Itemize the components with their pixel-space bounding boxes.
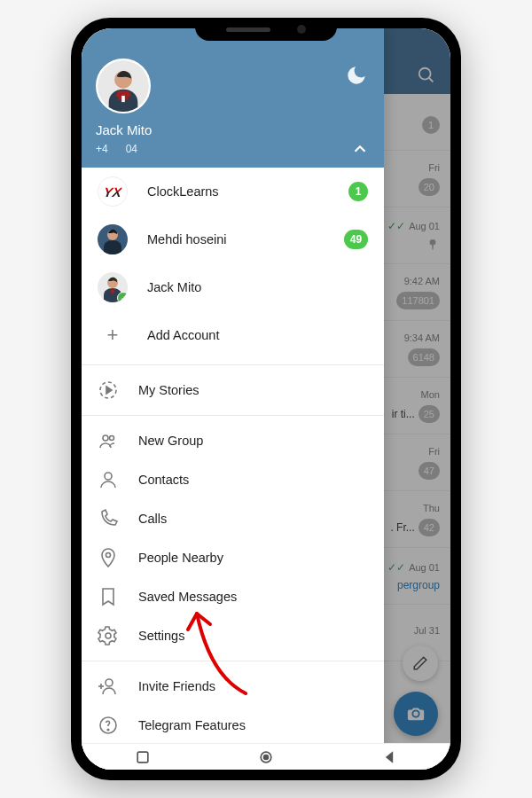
unread-badge: 49 <box>344 230 368 249</box>
svg-point-14 <box>106 553 111 558</box>
night-mode-icon[interactable] <box>345 64 368 87</box>
drawer-header: Jack Mito +4 04 <box>82 28 384 168</box>
menu-contacts[interactable]: Contacts <box>82 460 384 499</box>
nav-home-icon[interactable] <box>257 748 275 766</box>
menu-telegram-features[interactable]: Telegram Features <box>82 706 384 745</box>
svg-marker-10 <box>106 387 112 394</box>
menu-label: Contacts <box>138 473 368 487</box>
account-label: Jack Mito <box>147 280 368 294</box>
menu-my-stories[interactable]: My Stories <box>82 371 384 410</box>
account-label: ClockLearns <box>147 184 329 199</box>
svg-point-16 <box>106 679 113 686</box>
menu-invite-friends[interactable]: Invite Friends <box>82 667 384 706</box>
chevron-up-icon[interactable] <box>350 139 370 159</box>
logo-icon: YX <box>103 184 122 200</box>
menu-label: My Stories <box>138 383 368 397</box>
settings-icon <box>98 625 119 646</box>
svg-rect-21 <box>137 752 148 763</box>
nearby-icon <box>98 547 119 568</box>
menu-label: Settings <box>138 629 368 643</box>
phone-notch <box>195 18 337 41</box>
menu-label: Invite Friends <box>138 679 368 693</box>
phone-screen: 1Fri20✓✓Aug 019:42 AM1178019:34 AM6148Mo… <box>82 28 450 770</box>
account-item-mehdi[interactable]: Mehdi hoseini 49 <box>82 215 384 263</box>
menu-calls[interactable]: Calls <box>82 499 384 538</box>
unread-badge: 1 <box>348 182 368 201</box>
svg-rect-6 <box>121 96 125 102</box>
account-item-jack[interactable]: ✓ Jack Mito <box>82 263 384 311</box>
add-account-button[interactable]: + Add Account <box>82 311 384 359</box>
menu-saved-messages[interactable]: Saved Messages <box>82 577 384 616</box>
phone-frame: 1Fri20✓✓Aug 019:42 AM1178019:34 AM6148Mo… <box>71 18 461 780</box>
account-avatar: ✓ <box>98 272 128 302</box>
calls-icon <box>98 508 119 529</box>
account-label: Mehdi hoseini <box>147 232 325 246</box>
svg-point-20 <box>107 729 109 731</box>
android-nav-bar <box>82 743 450 770</box>
menu-people-nearby[interactable]: People Nearby <box>82 538 384 577</box>
svg-point-11 <box>103 435 108 441</box>
menu-label: New Group <box>138 434 368 448</box>
nav-recent-icon[interactable] <box>134 748 152 766</box>
account-avatar: YX <box>98 176 128 207</box>
svg-point-15 <box>106 633 111 638</box>
verified-icon: ✓ <box>117 292 128 302</box>
profile-phone: +4 04 <box>96 143 137 155</box>
svg-point-12 <box>110 436 114 441</box>
menu-label: Calls <box>138 512 368 526</box>
menu-new-group[interactable]: New Group <box>82 421 384 460</box>
menu-label: Telegram Features <box>138 718 368 732</box>
bookmark-icon <box>98 586 119 607</box>
svg-point-13 <box>105 473 112 480</box>
group-icon <box>98 430 119 451</box>
navigation-drawer: Jack Mito +4 04 YX <box>82 28 384 770</box>
menu-settings[interactable]: Settings <box>82 616 384 655</box>
account-item-clocklearns[interactable]: YX ClockLearns 1 <box>82 168 384 215</box>
profile-avatar[interactable] <box>96 59 151 113</box>
svg-point-23 <box>263 755 268 759</box>
divider <box>82 661 384 661</box>
account-avatar <box>98 224 128 254</box>
menu-label: Saved Messages <box>138 590 368 604</box>
divider <box>82 364 384 365</box>
invite-icon <box>98 676 119 697</box>
help-icon <box>98 715 119 736</box>
plus-icon: + <box>98 320 128 350</box>
stories-icon <box>98 379 119 401</box>
profile-name: Jack Mito <box>96 122 370 137</box>
nav-back-icon[interactable] <box>380 748 398 766</box>
add-account-label: Add Account <box>147 328 368 342</box>
contacts-icon <box>98 469 119 490</box>
account-list: YX ClockLearns 1 Mehdi hoseini 49 <box>82 168 384 359</box>
menu-label: People Nearby <box>138 551 368 565</box>
divider <box>82 415 384 416</box>
